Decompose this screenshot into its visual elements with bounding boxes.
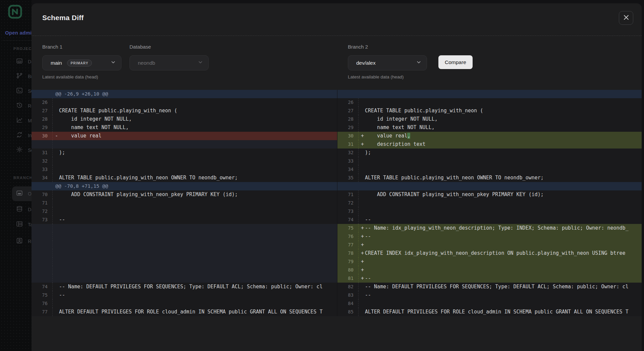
settings-icon (16, 146, 23, 155)
diff-right-pane-cell: 78+CREATE INDEX idx_playing_with_neon_de… (337, 249, 642, 257)
close-button[interactable] (619, 11, 633, 25)
hunk-header (337, 90, 361, 98)
diff-left-pane-cell: 75-- (32, 291, 337, 299)
diff-left-pane-cell: @@ -70,8 +71,15 @@ (32, 182, 337, 190)
diff-right-pane-cell: 82-- Name: DEFAULT PRIVILEGES FOR SEQUEN… (337, 283, 642, 291)
diff-left-line: 32 (32, 157, 337, 165)
diff-marker (53, 98, 59, 107)
diff-marker (53, 190, 59, 199)
diff-right-line: 35ALTER TABLE public.playing_with_neon O… (337, 174, 642, 182)
diff-row: 75--83-- (32, 291, 642, 299)
branch-section-label: BRANCH (13, 176, 33, 180)
chevron-down-icon (198, 60, 203, 66)
line-number: 29 (32, 123, 53, 132)
hunk-header: @@ -26,9 +26,10 @@ (32, 90, 108, 98)
line-content: CREATE INDEX idx_playing_with_neon_descr… (365, 249, 629, 257)
diff-row: 80+ (32, 266, 642, 274)
modal-title: Schema Diff (42, 14, 84, 22)
diff-right-pane-cell: 77+ (337, 241, 642, 249)
diff-left-pane-cell: 76 (32, 299, 337, 308)
diff-right-line: 82-- Name: DEFAULT PRIVILEGES FOR SEQUEN… (337, 283, 642, 291)
line-number: 33 (32, 165, 53, 174)
line-content: ); (59, 149, 65, 157)
diff-left-pane-cell: 74-- Name: DEFAULT PRIVILEGES FOR SEQUEN… (32, 283, 337, 291)
branch1-select[interactable]: main PRIMARY (42, 55, 121, 70)
diff-row: 7273 (32, 207, 642, 216)
line-number: 30 (337, 132, 359, 140)
diff-row: 75+-- Name: idx_playing_with_neon_descri… (32, 224, 642, 232)
compare-button[interactable]: Compare (438, 55, 473, 69)
line-content: name text NOT NULL, (365, 123, 435, 132)
modal-header: Schema Diff (32, 3, 642, 36)
diff-left-pane-cell: 71 (32, 199, 337, 207)
diff-left-spacer-row (32, 140, 337, 149)
diff-marker: + (359, 140, 365, 149)
line-number: 70 (32, 190, 53, 199)
sql-editor-icon (16, 87, 23, 96)
line-content: ALTER TABLE public.playing_with_neon OWN… (365, 174, 544, 182)
line-number: 82 (337, 283, 359, 291)
diff-right-line: 81+-- (337, 274, 642, 283)
monitoring-icon (16, 116, 23, 125)
line-content: id integer NOT NULL, (365, 115, 438, 123)
line-number: 27 (32, 107, 53, 115)
diff-marker (53, 199, 59, 207)
line-content: ADD CONSTRAINT playing_with_neon_pkey PR… (365, 190, 544, 199)
line-number: 83 (337, 291, 359, 299)
branch2-select[interactable]: dev/alex (348, 55, 427, 70)
diff-left-pane-cell: 30- value real (32, 132, 337, 140)
diff-left-line: 71 (32, 199, 337, 207)
diff-right-pane-cell: 74-- (337, 216, 642, 224)
diff-marker (359, 207, 365, 216)
diff-left-line: 30- value real (32, 132, 337, 140)
line-number (32, 257, 53, 266)
diff-marker: + (359, 274, 365, 283)
diff-marker (359, 216, 365, 224)
line-number (32, 241, 53, 249)
chevron-down-icon (416, 60, 421, 66)
diff-right-line: 28 id integer NOT NULL, (337, 115, 642, 123)
open-admin-link[interactable]: Open admin (5, 30, 35, 36)
diff-right-hunk-row (337, 90, 642, 98)
line-number: 31 (32, 149, 53, 157)
diff-marker (359, 98, 365, 107)
diff-left-line: 76 (32, 299, 337, 308)
branch2-caption: Latest available data (head) (348, 74, 404, 79)
diff-marker (359, 199, 365, 207)
sidebar: Open admin PROJECT DashboardBranchesSQL … (0, 0, 32, 351)
line-number: 74 (32, 283, 53, 291)
line-number: 76 (32, 299, 53, 308)
diff-marker (359, 291, 365, 299)
sidebar-divider (3, 40, 32, 41)
diff-right-pane-cell: 28 id integer NOT NULL, (337, 115, 642, 123)
diff-row: 76+-- (32, 232, 642, 241)
line-number: 79 (337, 257, 359, 266)
diff-right-pane-cell: 76+-- (337, 232, 642, 241)
line-content: id integer NOT NULL, (59, 115, 132, 123)
diff-right-pane-cell (337, 90, 642, 98)
line-content: -- (365, 216, 371, 224)
line-number: 26 (337, 98, 359, 107)
line-number: 75 (32, 291, 53, 299)
diff-row: 7684 (32, 299, 642, 308)
line-number: 27 (337, 107, 359, 115)
diff-left-pane-cell (32, 249, 337, 257)
line-number: 33 (337, 157, 359, 165)
neon-logo[interactable] (8, 5, 22, 19)
line-number: 76 (337, 232, 359, 241)
diff-right-pane-cell: 79+ (337, 257, 642, 266)
line-number: 32 (32, 157, 53, 165)
diff-marker: + (359, 132, 365, 140)
database-select[interactable]: neondb (129, 55, 209, 70)
diff-row: 31);32); (32, 149, 642, 157)
line-number: 81 (337, 274, 359, 283)
diff-right-pane-cell: 73 (337, 207, 642, 216)
diff-row: 2626 (32, 98, 642, 107)
diff-left-line: 31); (32, 149, 337, 157)
diff-right-line: 71 ADD CONSTRAINT playing_with_neon_pkey… (337, 190, 642, 199)
line-number: 72 (32, 207, 53, 216)
line-number: 85 (337, 308, 359, 316)
line-number: 26 (32, 98, 53, 107)
diff-marker (53, 216, 59, 224)
diff-row: @@ -70,8 +71,15 @@ (32, 182, 642, 190)
